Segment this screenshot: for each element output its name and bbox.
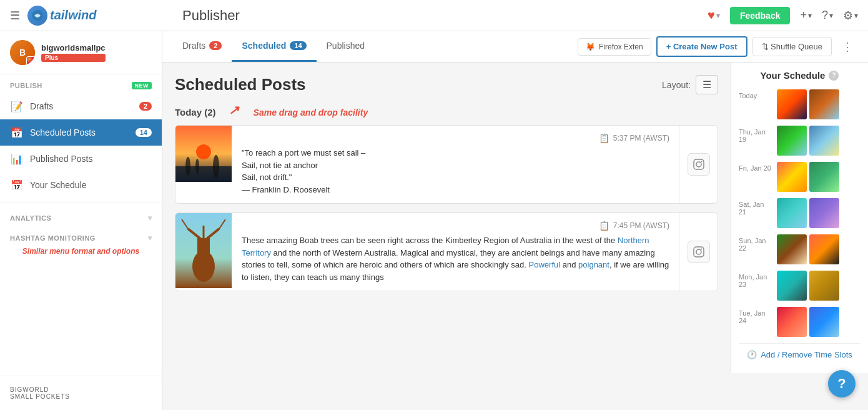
instagram-action-btn-1[interactable] [688, 153, 710, 176]
date-group-label: Today (2) [175, 107, 216, 118]
sidebar-annotation: Similar menu format and options [0, 246, 162, 262]
post-time-2: 7:45 PM (AWST) [613, 221, 669, 230]
sidebar-item-label-drafts: Drafts [30, 101, 53, 111]
svg-point-2 [196, 144, 211, 159]
plus-dropdown-icon: ▾ [808, 11, 812, 20]
add-time-slots-button[interactable]: 🕐 Add / Remove Time Slots [739, 343, 861, 366]
powerful-link[interactable]: Powerful [529, 260, 561, 269]
hashtag-section: HASHTAG MONITORING ▾ [0, 226, 162, 246]
heart-button[interactable]: ♥ ▾ [708, 8, 720, 22]
sidebar: B bigworldsmallpc Plus PUBLISH NEW 📝 Dra… [0, 31, 162, 410]
schedule-thumb-thu-2[interactable] [809, 126, 839, 156]
platform-icon-2: 📋 [599, 221, 609, 231]
settings-dropdown-icon: ▾ [854, 11, 858, 20]
post-text-1: "To reach a port we must set sail –Sail,… [242, 147, 669, 196]
schedule-thumb-mon-2[interactable] [809, 271, 839, 301]
post-actions-1 [679, 126, 718, 203]
top-nav-center: Publisher [172, 8, 708, 24]
firefox-ext-button[interactable]: 🦊 Firefox Exten [578, 38, 651, 56]
schedule-thumb-fri-2[interactable] [809, 162, 839, 192]
northern-territory-link[interactable]: Northern Territory [242, 236, 649, 258]
date-group-today: Today (2) ↗ Same drag and drop facility [175, 107, 718, 118]
schedule-images-mon [777, 271, 839, 301]
post-meta-1: 📋 5:37 PM (AWST) [242, 133, 669, 143]
tab-drafts[interactable]: Drafts 2 [172, 31, 232, 62]
scheduled-icon: 📅 [10, 126, 24, 139]
schedule-thumb-thu-1[interactable] [777, 126, 807, 156]
post-actions-2 [679, 213, 718, 291]
schedule-thumb-sat-1[interactable] [777, 198, 807, 228]
posts-title: Scheduled Posts [175, 75, 306, 94]
new-badge: NEW [132, 82, 152, 89]
logo-icon [27, 6, 47, 26]
analytics-label: ANALYTICS [10, 214, 51, 222]
settings-button[interactable]: ⚙ ▾ [843, 9, 858, 22]
firefox-icon: 🦊 [586, 42, 595, 51]
day-label-tue: Tue, Jan 24 [739, 307, 773, 324]
layout-label: Layout: [662, 80, 691, 90]
schedule-thumb-mon-1[interactable] [777, 271, 807, 301]
sidebar-bottom: BIGWORLD SMALL POCKETS [0, 376, 162, 410]
heart-dropdown-icon: ▾ [716, 11, 720, 20]
schedule-thumb-today-2[interactable] [809, 89, 839, 119]
svg-point-19 [696, 249, 701, 254]
logo-text: tailwind [50, 8, 96, 22]
tab-scheduled[interactable]: Scheduled 14 [232, 31, 316, 62]
schedule-thumb-tue-2[interactable] [809, 307, 839, 337]
svg-point-8 [696, 162, 701, 167]
more-options-button[interactable]: ⋮ [837, 38, 858, 56]
help-bubble[interactable]: ? [828, 370, 856, 398]
sidebar-item-scheduled[interactable]: 📅 Scheduled Posts 14 [0, 119, 162, 146]
post-content-1: 📋 5:37 PM (AWST) "To reach a port we mus… [232, 126, 679, 203]
schedule-icon: 📅 [10, 178, 24, 192]
poignant-link[interactable]: poignant [578, 260, 609, 269]
schedule-thumb-tue-1[interactable] [777, 307, 807, 337]
tab-bar: Drafts 2 Scheduled 14 Published 🦊 Firefo… [162, 31, 868, 62]
help-button[interactable]: ? ▾ [822, 9, 833, 22]
svg-rect-3 [175, 166, 232, 182]
logo[interactable]: tailwind [27, 6, 96, 26]
sidebar-item-drafts[interactable]: 📝 Drafts 2 [0, 93, 162, 119]
schedule-day-today: Today [739, 89, 861, 119]
instagram-action-btn-2[interactable] [688, 241, 710, 263]
schedule-title: Your Schedule [761, 70, 826, 81]
help-icon: ? [822, 9, 828, 22]
schedule-day-fri: Fri, Jan 20 [739, 162, 861, 192]
top-nav: ☰ tailwind Publisher ♥ ▾ Feedback + ▾ ? … [0, 0, 868, 31]
platform-icon-1: 📋 [599, 133, 609, 143]
svg-rect-18 [694, 247, 704, 257]
hamburger-icon[interactable]: ☰ [10, 9, 20, 22]
brand-logo: BIGWORLD SMALL POCKETS [10, 386, 152, 400]
day-label-thu: Thu, Jan 19 [739, 126, 773, 143]
schedule-thumb-sun-1[interactable] [777, 234, 807, 264]
page-title: Publisher [182, 8, 240, 23]
clock-icon: 🕐 [747, 350, 757, 359]
sidebar-item-published[interactable]: 📊 Published Posts [0, 146, 162, 172]
schedule-images-thu [777, 126, 839, 156]
add-time-slots-label: Add / Remove Time Slots [761, 350, 852, 359]
layout-button[interactable]: ☰ [696, 75, 718, 94]
schedule-thumb-today-1[interactable] [777, 89, 807, 119]
firefox-ext-label: Firefox Exten [599, 42, 643, 51]
instagram-badge [26, 56, 35, 65]
post-thumbnail-1 [175, 126, 232, 182]
post-card-2: 📋 7:45 PM (AWST) These amazing Boab tree… [175, 212, 718, 291]
schedule-day-sun: Sun, Jan 22 [739, 234, 861, 264]
schedule-thumb-sun-2[interactable] [809, 234, 839, 264]
top-nav-right: ♥ ▾ Feedback + ▾ ? ▾ ⚙ ▾ [708, 7, 858, 24]
svg-point-9 [701, 161, 703, 162]
plus-button[interactable]: + ▾ [800, 9, 812, 22]
schedule-thumb-sat-2[interactable] [809, 198, 839, 228]
schedule-thumb-fri-1[interactable] [777, 162, 807, 192]
day-label-sun: Sun, Jan 22 [739, 234, 773, 252]
feedback-button[interactable]: Feedback [730, 7, 791, 24]
content-area: Drafts 2 Scheduled 14 Published 🦊 Firefo… [162, 31, 868, 410]
tab-published[interactable]: Published [317, 31, 375, 62]
tab-actions: 🦊 Firefox Exten + Create New Post ⇅ Shuf… [578, 31, 858, 62]
sidebar-item-schedule[interactable]: 📅 Your Schedule [0, 172, 162, 198]
schedule-help-icon[interactable]: ? [829, 71, 839, 81]
create-post-button[interactable]: + Create New Post [656, 36, 747, 57]
schedule-day-sat: Sat, Jan 21 [739, 198, 861, 228]
posts-header: Scheduled Posts Layout: ☰ [175, 75, 718, 94]
shuffle-queue-button[interactable]: ⇅ Shuffle Queue [752, 37, 832, 56]
